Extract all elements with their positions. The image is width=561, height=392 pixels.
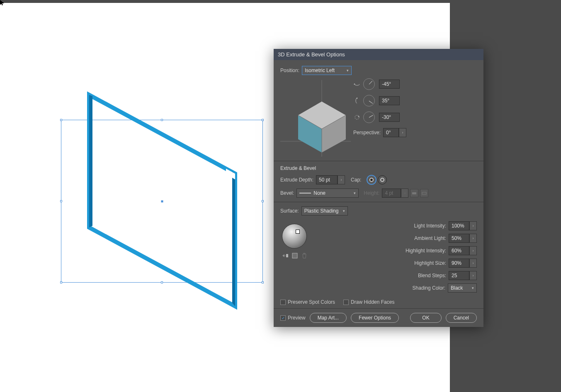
preserve-spot-colors-label: Preserve Spot Colors [288,299,335,305]
selection-handle-br[interactable] [262,281,264,283]
perspective-step-button[interactable]: › [399,128,406,137]
rotate-y-input[interactable]: 35° [379,96,400,105]
blend-steps-label: Blend Steps: [418,273,446,278]
surface-label: Surface: [280,208,299,214]
light-intensity-step-button[interactable]: › [469,221,477,230]
isometric-rectangle-shape[interactable] [85,91,238,310]
chevron-down-icon: ▾ [347,68,349,73]
bevel-height-input: 4 pt [382,189,401,198]
shading-color-label: Shading Color: [413,285,445,291]
fewer-options-button[interactable]: Fewer Options [351,313,399,323]
shading-color-select[interactable]: Black ▾ [448,283,477,293]
svg-marker-13 [358,116,359,117]
rotate-x-dial[interactable] [363,78,375,90]
rotate-x-icon [353,80,361,88]
ambient-light-step-button[interactable]: › [469,234,477,243]
bevel-select[interactable]: None ▾ [296,189,359,198]
preview-label: Preview [288,315,306,321]
selection-handle-ml[interactable] [60,200,62,202]
new-light-icon[interactable] [292,253,299,259]
surface-select[interactable]: Plastic Shading ▾ [301,206,348,215]
light-sphere-preview[interactable] [282,224,307,249]
cancel-button[interactable]: Cancel [446,313,477,323]
selection-handle-tl[interactable] [60,119,62,121]
light-intensity-input[interactable]: 100% [449,221,469,230]
cap-hollow-button[interactable] [378,175,387,184]
extrude-bevel-dialog: 3D Extrude & Bevel Options Position: Iso… [274,49,483,327]
preview-checkbox[interactable]: Preview [280,315,306,321]
rotate-z-dial[interactable] [363,111,375,123]
position-select[interactable]: Isometric Left ▾ [302,66,352,75]
cursor-icon [0,0,4,6]
bevel-extent-in-button [410,189,418,197]
highlight-size-label: Highlight Size: [414,260,446,266]
surface-select-value: Plastic Shading [304,208,339,214]
bevel-extent-out-button [420,189,428,197]
draw-hidden-faces-label: Draw Hidden Faces [351,299,394,305]
selection-handle-tr[interactable] [262,119,264,121]
chevron-down-icon: ▾ [343,209,345,213]
cube-rotation-preview[interactable] [280,80,351,157]
position-label: Position: [280,68,299,73]
ambient-light-label: Ambient Light: [414,235,446,241]
highlight-intensity-input[interactable]: 60% [449,246,469,255]
cap-solid-button[interactable] [367,175,376,184]
bevel-select-value: None [313,190,325,196]
rotate-z-icon [353,114,361,121]
highlight-intensity-label: Highlight Intensity: [406,248,446,254]
preserve-spot-colors-checkbox[interactable]: Preserve Spot Colors [280,299,335,305]
shading-color-value: Black [451,285,463,291]
svg-marker-10 [354,83,355,85]
delete-light-icon[interactable] [302,253,308,259]
rotate-y-dial[interactable] [363,95,375,106]
dialog-title[interactable]: 3D Extrude & Bevel Options [274,49,483,60]
extrude-depth-step-button[interactable]: › [338,175,345,184]
selection-handle-bl[interactable] [60,281,62,283]
rotate-x-input[interactable]: -45° [379,80,400,89]
svg-marker-0 [89,95,235,306]
light-source-handle[interactable] [296,230,300,234]
ok-button[interactable]: OK [410,313,441,323]
ambient-light-input[interactable]: 50% [449,234,469,243]
blend-steps-input[interactable]: 25 [449,271,469,280]
bevel-height-label: Height: [364,190,379,196]
svg-rect-15 [422,192,426,194]
svg-rect-16 [286,254,288,257]
extrude-section-header: Extrude & Bevel [280,165,477,171]
light-intensity-label: Light Intensity: [414,223,446,229]
extrude-depth-input[interactable]: 50 pt [316,175,338,184]
rotate-y-icon [353,97,361,104]
perspective-label: Perspective: [353,130,381,136]
highlight-intensity-step-button[interactable]: › [469,246,477,255]
svg-rect-18 [292,253,297,258]
map-art-button[interactable]: Map Art... [310,313,347,323]
highlight-size-input[interactable]: 90% [449,259,469,268]
chevron-down-icon: ▾ [472,286,474,290]
blend-steps-step-button[interactable]: › [469,271,477,280]
svg-rect-14 [412,192,416,194]
svg-marker-1 [89,95,92,227]
position-select-value: Isometric Left [305,68,335,73]
rotate-z-input[interactable]: -30° [379,113,400,122]
selection-handle-mr[interactable] [262,200,264,202]
cap-label: Cap: [351,177,361,183]
svg-marker-2 [232,172,235,306]
bevel-label: Bevel: [280,190,294,196]
highlight-size-step-button[interactable]: › [469,259,477,268]
perspective-input[interactable]: 0° [383,128,399,137]
svg-marker-11 [356,97,357,99]
chevron-down-icon: ▾ [354,191,356,195]
extrude-depth-label: Extrude Depth: [280,177,313,183]
light-back-icon[interactable] [282,253,289,259]
svg-point-12 [355,115,359,119]
bevel-height-step-button: › [401,189,408,198]
svg-marker-4 [0,0,4,5]
draw-hidden-faces-checkbox[interactable]: Draw Hidden Faces [343,299,394,305]
